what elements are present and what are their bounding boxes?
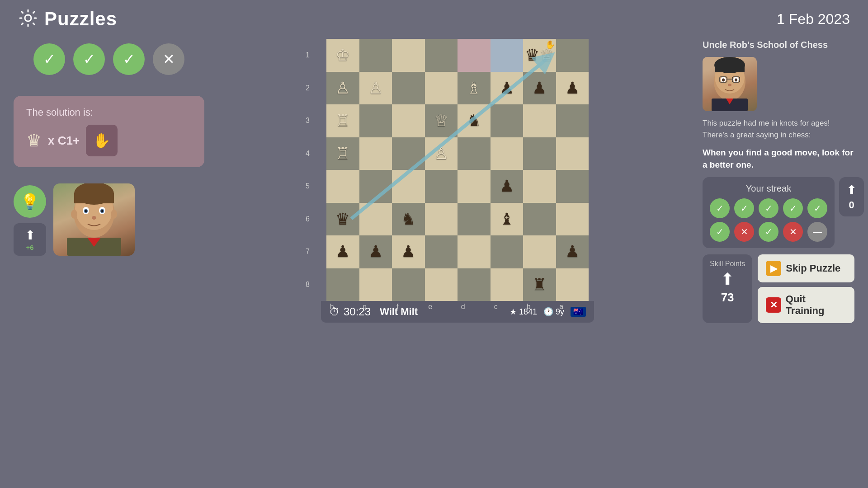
board-cell[interactable] xyxy=(556,268,589,301)
board-cell[interactable] xyxy=(458,39,491,72)
streak-dot-2: ✓ xyxy=(734,198,754,218)
streak-dot-4: ✓ xyxy=(783,198,803,218)
board-cell[interactable] xyxy=(392,39,425,72)
board-cell[interactable] xyxy=(556,39,589,72)
file-g: g xyxy=(349,303,382,311)
board-cell[interactable] xyxy=(392,170,425,203)
svg-rect-4 xyxy=(74,193,114,203)
board-cell[interactable] xyxy=(458,170,491,203)
chess-piece: ♟ xyxy=(335,244,350,260)
streak-dot-1: ✓ xyxy=(710,198,730,218)
board-cell[interactable]: ♟ xyxy=(392,235,425,268)
board-cell[interactable] xyxy=(523,137,556,170)
board-cell[interactable] xyxy=(326,268,359,301)
svg-point-15 xyxy=(111,210,117,219)
skip-puzzle-button[interactable]: ▶ Skip Puzzle xyxy=(758,254,854,282)
board-cell[interactable] xyxy=(359,104,392,137)
board-cell[interactable] xyxy=(491,235,524,268)
board-cell[interactable]: ♕ xyxy=(425,104,458,137)
board-cell[interactable]: ♟ xyxy=(491,170,524,203)
streak-section: Your streak ✓ ✓ ✓ ✓ ✓ ✓ ✕ ✓ xyxy=(703,177,835,248)
board-cell[interactable] xyxy=(425,268,458,301)
skip-icon: ▶ xyxy=(766,261,781,276)
move-arrow-box: ✋ xyxy=(86,125,118,156)
board-cell[interactable]: ♛ xyxy=(326,203,359,236)
file-h: h xyxy=(316,303,349,311)
main-content: ✓ ✓ ✓ ✕ The solution is: ♛ x C1+ ✋ 💡 ⬆ +… xyxy=(0,34,868,482)
board-cell[interactable] xyxy=(425,203,458,236)
board-cell[interactable] xyxy=(425,72,458,105)
board-cell[interactable] xyxy=(458,203,491,236)
board-cell[interactable]: ♟ xyxy=(523,72,556,105)
solution-label: The solution is: xyxy=(26,107,192,118)
board-cell[interactable]: ♛♕✋ xyxy=(523,39,556,72)
chess-piece: ♖ xyxy=(335,145,350,162)
player-face xyxy=(53,183,135,256)
streak-dot-3: ✓ xyxy=(759,198,778,218)
board-cell[interactable]: ♟ xyxy=(556,235,589,268)
hint-button[interactable]: 💡 xyxy=(14,185,46,218)
attempt-1: ✓ xyxy=(33,43,65,75)
file-b: b xyxy=(512,303,545,311)
gear-icon xyxy=(18,8,38,30)
board-cell[interactable]: ♟ xyxy=(359,235,392,268)
board-cell[interactable] xyxy=(392,268,425,301)
skill-arrow-icon: ⬆ xyxy=(721,270,734,289)
board-cell[interactable] xyxy=(425,39,458,72)
board-cell[interactable]: ♔ xyxy=(326,39,359,72)
board-cell[interactable]: ♗ xyxy=(458,72,491,105)
board-cell[interactable] xyxy=(425,170,458,203)
board-cell[interactable]: ♖ xyxy=(326,137,359,170)
board-cell[interactable] xyxy=(359,137,392,170)
board-cell[interactable]: ♞ xyxy=(392,203,425,236)
rank-8: 8 xyxy=(306,268,310,301)
board-cell[interactable]: ♖ xyxy=(326,104,359,137)
chess-piece: ♞ xyxy=(401,211,415,227)
streak-title: Your streak xyxy=(710,183,827,194)
board-cell[interactable] xyxy=(359,170,392,203)
board-cell[interactable]: ♟ xyxy=(491,72,524,105)
streak-dot-10: — xyxy=(807,222,827,242)
board-cell[interactable] xyxy=(491,104,524,137)
board-cell[interactable]: ♙ xyxy=(359,72,392,105)
board-cell[interactable] xyxy=(523,170,556,203)
tutor-quote-bold: When you find a good move, look for a be… xyxy=(703,147,854,171)
board-cell[interactable] xyxy=(458,137,491,170)
board-cell[interactable] xyxy=(556,137,589,170)
board-cell[interactable] xyxy=(491,39,524,72)
board-cell[interactable] xyxy=(458,268,491,301)
board-cell[interactable]: ♞ xyxy=(458,104,491,137)
board-cell[interactable] xyxy=(359,268,392,301)
board-cell[interactable] xyxy=(359,203,392,236)
board-cell[interactable]: ♝ xyxy=(491,203,524,236)
board-cell[interactable] xyxy=(523,235,556,268)
board-cell[interactable] xyxy=(359,39,392,72)
board-cell[interactable] xyxy=(491,137,524,170)
board-cell[interactable] xyxy=(556,104,589,137)
board-cell[interactable] xyxy=(523,203,556,236)
streak-dot-7: ✕ xyxy=(734,222,754,242)
board-cell[interactable]: ♙ xyxy=(425,137,458,170)
quit-training-button[interactable]: ✕ Quit Training xyxy=(758,287,854,323)
chess-piece: ♛ xyxy=(335,211,350,227)
chess-piece: ♙ xyxy=(434,145,448,162)
board-cell[interactable] xyxy=(425,235,458,268)
chess-piece: ♟ xyxy=(565,244,580,260)
board-cell[interactable] xyxy=(392,137,425,170)
board-cell[interactable] xyxy=(556,203,589,236)
action-buttons: ▶ Skip Puzzle ✕ Quit Training xyxy=(758,254,854,323)
board-cell[interactable] xyxy=(458,235,491,268)
board-cell[interactable] xyxy=(326,170,359,203)
quit-label: Quit Training xyxy=(786,293,846,317)
board-cell[interactable]: ♟ xyxy=(556,72,589,105)
board-cell[interactable] xyxy=(523,104,556,137)
board-cell[interactable]: ♟ xyxy=(326,235,359,268)
header-left: Puzzles xyxy=(18,8,117,30)
board-cell[interactable] xyxy=(491,268,524,301)
board-cell[interactable]: ♙ xyxy=(326,72,359,105)
board-cell[interactable] xyxy=(392,104,425,137)
board-cell[interactable] xyxy=(392,72,425,105)
board-cell[interactable]: ♜ xyxy=(523,268,556,301)
board-cell[interactable] xyxy=(556,170,589,203)
chess-piece: ♜ xyxy=(532,277,547,293)
